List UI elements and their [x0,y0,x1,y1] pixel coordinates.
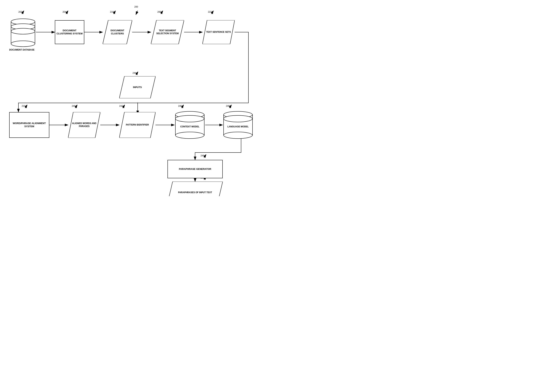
doc-database-label: DOCUMENT DATABASE [9,49,37,59]
context-label: CONTEXT MODEL [174,120,205,133]
word-phrase-node: WORD/PHRASE ALIGNMENT SYSTEM [9,112,49,138]
svg-line-16 [211,11,213,14]
svg-line-21 [182,105,184,108]
svg-line-17 [25,105,27,108]
svg-line-18 [75,105,77,108]
text-seg-node: TEXT SEGMENT SELECTION SYSTEM [151,20,184,44]
doc-database-node: DOCUMENT DATABASE [9,17,37,48]
doc-clustering-sys-node: DOCUMENT CLUSTERING SYSTEM [55,20,84,44]
svg-line-11 [136,11,138,15]
svg-line-15 [161,11,163,14]
svg-line-12 [22,11,24,14]
svg-line-20 [136,72,138,75]
context-node: CONTEXT MODEL [174,110,205,140]
text-seg-label: TEXT SEGMENT SELECTION SYSTEM [151,20,184,44]
svg-point-29 [11,28,35,34]
svg-point-26 [11,41,35,47]
aligned-label: ALIGNED WORDS AND PHRASES [68,112,100,138]
inputs-node: INPUTS [119,76,156,98]
text-sent-label: TEXT SENTENCE SETS [202,20,235,44]
paraphrases-label: PARAPHRASES OF INPUT TEXT [167,182,223,196]
svg-line-23 [204,154,206,158]
language-node: LANGUAGE MODEL [223,110,253,140]
svg-line-22 [229,105,232,108]
doc-clusters-label: DOCUMENT CLUSTERS [103,20,132,44]
svg-line-19 [122,105,125,108]
doc-clusters-node: DOCUMENT CLUSTERS [103,20,132,44]
svg-line-14 [113,11,116,14]
ref-200: 200 [134,6,138,8]
language-label: LANGUAGE MODEL [223,120,253,133]
svg-line-13 [66,11,68,14]
text-sent-node: TEXT SENTENCE SETS [202,20,235,44]
doc-database-svg [9,17,37,48]
pattern-label: PATTERN IDENTIFIER [119,112,156,138]
pattern-node: PATTERN IDENTIFIER [119,112,156,138]
diagram: 200 202 204 218 206 222 210 240 242 244 … [0,0,279,196]
aligned-node: ALIGNED WORDS AND PHRASES [68,112,100,138]
paraphrase-gen-node: PARAPHRASE GENERATOR [167,160,223,178]
inputs-label: INPUTS [119,76,156,98]
paraphrases-node: PARAPHRASES OF INPUT TEXT [167,182,223,196]
